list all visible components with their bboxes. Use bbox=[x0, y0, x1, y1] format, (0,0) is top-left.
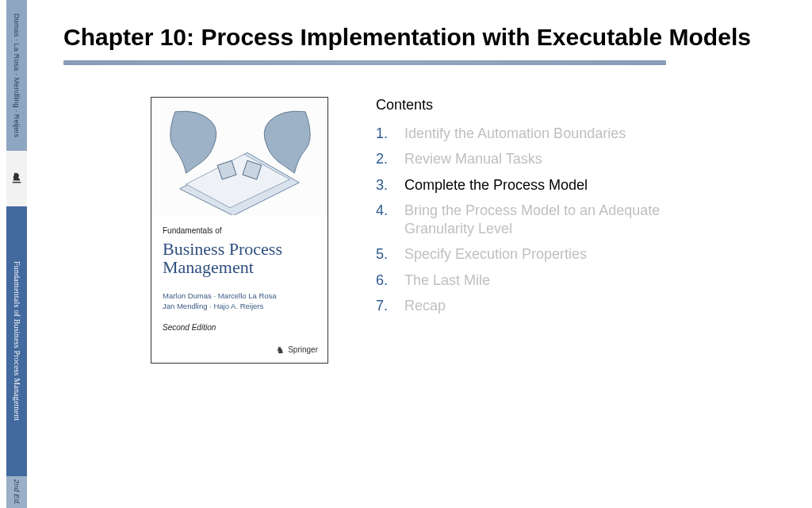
knight-icon bbox=[10, 170, 24, 187]
contents-item-number: 2. bbox=[376, 150, 392, 168]
spine-authors-segment: Dumas · La Rosa · Mendling · Reijers bbox=[6, 0, 27, 151]
spine-logo-segment bbox=[6, 151, 27, 206]
contents-item-label: Recap bbox=[404, 297, 446, 315]
contents-item-label: Complete the Process Model bbox=[404, 176, 588, 194]
slide-body: Fundamentals of Business ProcessManageme… bbox=[63, 97, 785, 364]
contents-item: 2.Review Manual Tasks bbox=[376, 150, 785, 168]
contents-item-number: 6. bbox=[376, 271, 392, 290]
contents: Contents 1.Identify the Automation Bound… bbox=[376, 97, 785, 323]
contents-item: 4.Bring the Process Model to an Adequate… bbox=[376, 202, 785, 237]
cover-publisher-name: Springer bbox=[288, 345, 318, 354]
contents-item-label: Specify Execution Properties bbox=[404, 245, 587, 264]
book-cover: Fundamentals of Business ProcessManageme… bbox=[151, 97, 328, 364]
contents-item: 3.Complete the Process Model bbox=[376, 176, 785, 194]
cover-authors: Marlon Dumas · Marcello La Rosa Jan Mend… bbox=[163, 291, 316, 312]
cover-text-block: Fundamentals of Business ProcessManageme… bbox=[151, 217, 327, 363]
spine-edition-segment: 2nd Ed. bbox=[6, 476, 27, 508]
cover-authors-line1: Marlon Dumas · Marcello La Rosa bbox=[163, 291, 277, 300]
spine-title: Fundamentals of Business Process Managem… bbox=[13, 261, 21, 421]
contents-item: 6.The Last Mile bbox=[376, 271, 785, 290]
cover-edition: Second Edition bbox=[163, 323, 316, 332]
slide: Chapter 10: Process Implementation with … bbox=[33, 0, 812, 508]
contents-item-number: 4. bbox=[376, 202, 392, 220]
cover-art bbox=[151, 98, 327, 217]
book-spine: Dumas · La Rosa · Mendling · Reijers Fun… bbox=[0, 0, 33, 508]
cover-overline: Fundamentals of bbox=[163, 226, 316, 235]
contents-list: 1.Identify the Automation Boundaries2.Re… bbox=[376, 125, 785, 315]
contents-item-label: Bring the Process Model to an Adequate G… bbox=[404, 202, 706, 237]
springer-icon: ♞ bbox=[276, 345, 285, 355]
contents-item-number: 7. bbox=[376, 297, 392, 315]
cover-authors-line2: Jan Mendling · Hajo A. Reijers bbox=[163, 302, 263, 310]
contents-item-label: Review Manual Tasks bbox=[404, 150, 542, 168]
contents-item: 7.Recap bbox=[376, 297, 785, 315]
contents-item-number: 1. bbox=[376, 125, 392, 143]
contents-item-number: 5. bbox=[376, 245, 392, 264]
contents-heading: Contents bbox=[376, 97, 785, 114]
contents-item-label: Identify the Automation Boundaries bbox=[404, 125, 626, 143]
spine-authors: Dumas · La Rosa · Mendling · Reijers bbox=[13, 13, 21, 137]
contents-item: 1.Identify the Automation Boundaries bbox=[376, 125, 785, 143]
title-rule bbox=[63, 60, 666, 65]
contents-item: 5.Specify Execution Properties bbox=[376, 245, 785, 264]
spine-title-segment: Fundamentals of Business Process Managem… bbox=[6, 206, 27, 476]
slide-title: Chapter 10: Process Implementation with … bbox=[63, 22, 785, 52]
cover-title: Business ProcessManagement bbox=[163, 240, 316, 278]
contents-item-number: 3. bbox=[376, 176, 392, 194]
cover-publisher: ♞ Springer bbox=[276, 345, 318, 355]
contents-item-label: The Last Mile bbox=[404, 271, 490, 290]
spine-edition: 2nd Ed. bbox=[13, 479, 21, 505]
